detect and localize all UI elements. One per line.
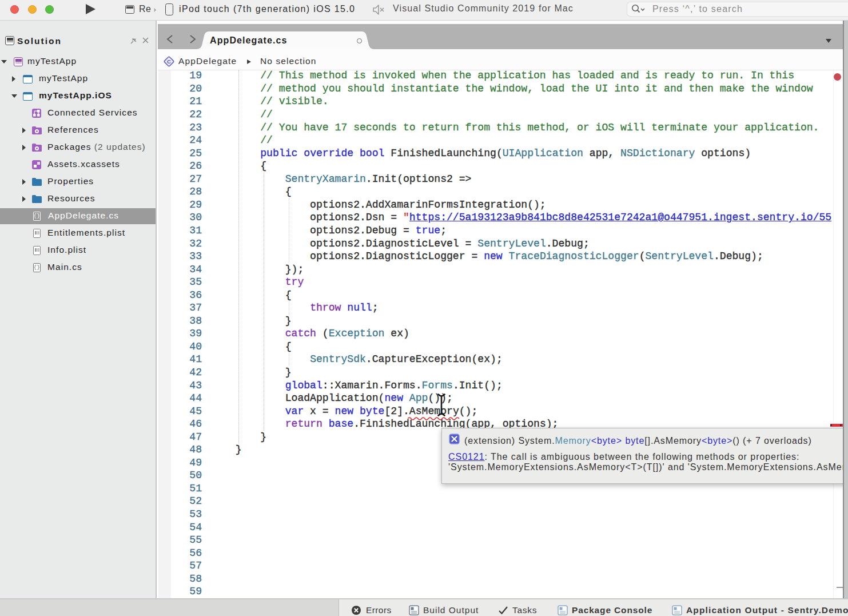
svg-text:C: C xyxy=(167,58,171,65)
